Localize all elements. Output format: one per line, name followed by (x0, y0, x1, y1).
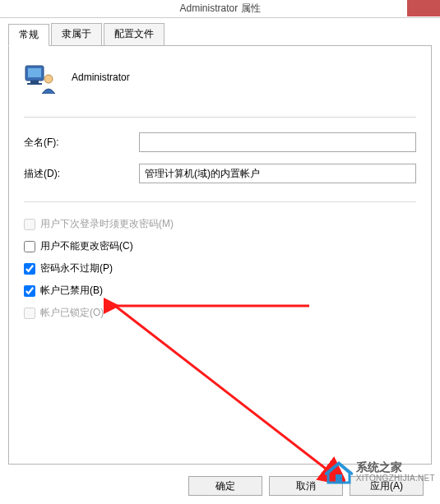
check-must-change-label: 用户下次登录时须更改密码(M) (40, 217, 174, 231)
fullname-label: 全名(F): (24, 136, 139, 150)
tab-panel-general: Administrator 全名(F): 描述(D): 用户下次登录时须更改密码… (8, 45, 432, 465)
divider-2 (24, 201, 416, 202)
check-account-disabled-box[interactable] (24, 285, 35, 297)
titlebar: Administrator 属性 (0, 0, 440, 18)
description-input[interactable] (139, 164, 416, 183)
tab-profile[interactable]: 配置文件 (104, 23, 164, 45)
user-icon (24, 61, 57, 94)
user-name: Administrator (72, 72, 130, 83)
watermark-site-url: XITONGZHIJIA.NET (356, 474, 435, 483)
check-account-locked-box (24, 307, 35, 319)
tab-memberof[interactable]: 隶属于 (51, 23, 102, 45)
check-account-disabled[interactable]: 帐户已禁用(B) (24, 284, 416, 298)
tab-strip: 常规 隶属于 配置文件 (8, 23, 432, 45)
description-row: 描述(D): (24, 164, 416, 183)
check-cannot-change-box[interactable] (24, 241, 35, 252)
svg-point-4 (44, 75, 53, 83)
ok-button[interactable]: 确定 (188, 476, 262, 496)
check-cannot-change-label: 用户不能更改密码(C) (40, 239, 133, 253)
svg-rect-3 (27, 83, 42, 85)
fullname-input[interactable] (139, 132, 416, 152)
check-never-expires-box[interactable] (24, 263, 35, 275)
svg-rect-1 (28, 68, 41, 77)
svg-rect-7 (336, 474, 342, 483)
watermark: 系统之家 XITONGZHIJIA.NET (325, 460, 435, 484)
check-cannot-change[interactable]: 用户不能更改密码(C) (24, 239, 416, 253)
check-account-disabled-label: 帐户已禁用(B) (40, 284, 103, 298)
divider (24, 117, 416, 118)
check-account-locked: 帐户已锁定(O) (24, 306, 416, 320)
check-account-locked-label: 帐户已锁定(O) (40, 306, 104, 320)
window-title: Administrator 属性 (179, 2, 260, 16)
svg-rect-2 (30, 81, 39, 83)
tab-general[interactable]: 常规 (8, 24, 49, 46)
check-must-change-box (24, 219, 35, 230)
fullname-row: 全名(F): (24, 132, 416, 152)
check-never-expires-label: 密码永不过期(P) (40, 261, 113, 275)
watermark-logo-icon (325, 460, 353, 484)
check-must-change: 用户下次登录时须更改密码(M) (24, 217, 416, 231)
dialog-body: 常规 隶属于 配置文件 Administrator 全名(F): 描述(D): (0, 18, 440, 465)
description-label: 描述(D): (24, 167, 139, 181)
watermark-site-cn: 系统之家 (356, 461, 435, 474)
user-header: Administrator (24, 61, 416, 94)
close-button[interactable] (407, 0, 440, 16)
check-never-expires[interactable]: 密码永不过期(P) (24, 261, 416, 275)
